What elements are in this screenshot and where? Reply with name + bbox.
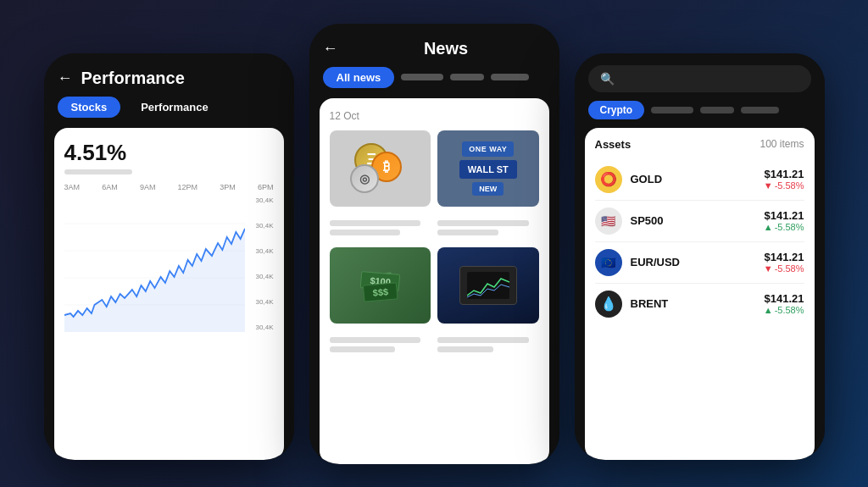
- time-12pm: 12PM: [178, 183, 198, 191]
- asset-icon-eurusd: 🇪🇺: [595, 249, 622, 276]
- y-label-2: 30,4K: [247, 222, 274, 230]
- back-arrow-center[interactable]: ←: [323, 40, 338, 58]
- news-line: [437, 346, 493, 352]
- filter-pill-2[interactable]: [450, 74, 484, 80]
- asset-change-brent: ▲ -5.58%: [764, 305, 804, 315]
- asset-price-value-brent: $141.21: [764, 292, 804, 305]
- search-bar[interactable]: 🔍: [588, 65, 811, 92]
- news-image-wallst[interactable]: ONE WAY WALL ST NEW: [437, 130, 539, 207]
- asset-name-gold: GOLD: [631, 173, 755, 185]
- asset-change-eurusd: ▼ -5.58%: [764, 263, 804, 274]
- news-text-left: [330, 220, 431, 239]
- assets-header: 🔍 Crypto: [575, 53, 825, 128]
- news-text-left-2: [330, 337, 431, 356]
- news-text-row-2: [330, 332, 539, 356]
- chart-area: 30,4K 30,4K 30,4K 30,4K 30,4K 30,4K: [64, 196, 274, 332]
- asset-icon-gold: ⭕: [595, 166, 622, 193]
- asset-price-value-eurusd: $141.21: [764, 251, 804, 263]
- y-label-5: 30,4K: [247, 298, 274, 306]
- assets-list: Assets 100 items ⭕ GOLD $141.21 ▼ -5.58%: [585, 128, 815, 460]
- asset-icon-sp500: 🇺🇸: [595, 208, 622, 235]
- time-6pm: 6PM: [258, 183, 274, 191]
- chart-bar-placeholder: [64, 169, 132, 174]
- asset-row-eurusd[interactable]: 🇪🇺 EUR/USD $141.21 ▼ -5.58%: [595, 242, 804, 284]
- filter-crypto[interactable]: Crypto: [588, 101, 645, 119]
- asset-name-eurusd: EUR/USD: [631, 256, 755, 268]
- news-line: [437, 220, 529, 226]
- filter-pill-gray-1[interactable]: [651, 107, 693, 113]
- perf-tabs: Stocks Performance: [44, 97, 294, 128]
- time-3pm: 3PM: [220, 183, 236, 191]
- asset-price-value-gold: $141.21: [764, 168, 804, 180]
- news-image-crypto[interactable]: Ξ ₿ ◎: [330, 130, 431, 207]
- filter-pill-3[interactable]: [491, 74, 529, 80]
- filter-pill-1[interactable]: [401, 74, 443, 80]
- news-line: [330, 337, 421, 343]
- chart-value: 4.51%: [64, 140, 274, 166]
- news-filter-row: All news: [309, 67, 559, 98]
- asset-icon-brent: 💧: [595, 291, 622, 318]
- asset-row-sp500[interactable]: 🇺🇸 SP500 $141.21 ▲ -5.58%: [595, 201, 804, 242]
- news-line: [437, 230, 498, 235]
- asset-price-brent: $141.21 ▲ -5.58%: [764, 292, 804, 315]
- y-label-1: 30,4K: [247, 196, 274, 204]
- news-date: 12 Oct: [330, 110, 539, 122]
- news-line: [437, 337, 529, 343]
- search-icon: 🔍: [600, 72, 615, 86]
- time-9am: 9AM: [140, 183, 156, 191]
- asset-price-gold: $141.21 ▼ -5.58%: [764, 168, 804, 191]
- news-line: [330, 230, 401, 235]
- arrow-up-brent: ▲: [764, 305, 773, 315]
- arrow-down-eurusd: ▼: [764, 263, 773, 274]
- back-arrow-left[interactable]: ←: [58, 69, 73, 87]
- perf-title: Performance: [81, 69, 185, 88]
- news-text-row-1: [330, 215, 539, 239]
- change-pct-eurusd: -5.58%: [775, 263, 804, 274]
- scene: ← Performance Stocks Performance 4.51% 3…: [0, 0, 868, 487]
- arrow-up-sp500: ▲: [764, 222, 773, 232]
- assets-label: Assets: [595, 138, 632, 151]
- perf-header: ← Performance: [44, 53, 294, 97]
- news-image-money[interactable]: $ $100 $$$: [330, 247, 431, 324]
- filter-pill-gray-2[interactable]: [700, 107, 734, 113]
- asset-price-eurusd: $141.21 ▼ -5.58%: [764, 251, 804, 274]
- time-6am: 6AM: [102, 183, 118, 191]
- time-3am: 3AM: [64, 183, 81, 191]
- change-pct-brent: -5.58%: [775, 305, 804, 315]
- chart-container: 4.51% 3AM 6AM 9AM 12PM 3PM 6PM: [54, 128, 284, 460]
- news-line: [330, 346, 396, 352]
- chart-time-labels: 3AM 6AM 9AM 12PM 3PM 6PM: [64, 183, 274, 191]
- y-label-3: 30,4K: [247, 247, 274, 255]
- news-image-laptop[interactable]: [437, 247, 539, 324]
- asset-row-gold[interactable]: ⭕ GOLD $141.21 ▼ -5.58%: [595, 159, 804, 201]
- news-line: [330, 220, 421, 226]
- news-grid-bottom: $ $100 $$$: [330, 247, 539, 324]
- change-pct-sp500: -5.58%: [775, 222, 804, 232]
- assets-filter-row: Crypto: [588, 101, 811, 119]
- asset-name-brent: BRENT: [631, 297, 755, 310]
- assets-count: 100 items: [760, 138, 804, 151]
- asset-price-sp500: $141.21 ▲ -5.58%: [764, 209, 804, 232]
- y-label-4: 30,4K: [247, 273, 274, 280]
- filter-pill-gray-3[interactable]: [741, 107, 779, 113]
- tab-stocks[interactable]: Stocks: [58, 97, 121, 118]
- arrow-down-gold: ▼: [764, 180, 773, 191]
- asset-name-sp500: SP500: [631, 214, 755, 227]
- asset-change-gold: ▼ -5.58%: [764, 180, 804, 191]
- asset-change-sp500: ▲ -5.58%: [764, 222, 804, 232]
- phone-crypto: 🔍 Crypto Assets 100 items ⭕: [575, 53, 825, 460]
- news-content: 12 Oct Ξ ₿ ◎ ONE WAY WALL ST: [320, 98, 549, 464]
- y-label-6: 30,4K: [247, 324, 274, 331]
- phone-news: ← News All news 12 Oct Ξ ₿ ◎: [309, 24, 559, 464]
- news-header: ← News: [309, 24, 559, 67]
- change-pct-gold: -5.58%: [775, 180, 804, 191]
- filter-all-news[interactable]: All news: [323, 67, 395, 88]
- assets-list-header: Assets 100 items: [595, 138, 804, 151]
- asset-row-brent[interactable]: 💧 BRENT $141.21 ▲ -5.58%: [595, 284, 804, 324]
- news-title: News: [347, 39, 546, 58]
- news-grid-top: Ξ ₿ ◎ ONE WAY WALL ST NEW: [330, 130, 539, 207]
- asset-price-value-sp500: $141.21: [764, 209, 804, 222]
- tab-performance[interactable]: Performance: [127, 97, 221, 118]
- news-text-right-2: [437, 337, 539, 356]
- chart-y-labels: 30,4K 30,4K 30,4K 30,4K 30,4K 30,4K: [247, 196, 274, 332]
